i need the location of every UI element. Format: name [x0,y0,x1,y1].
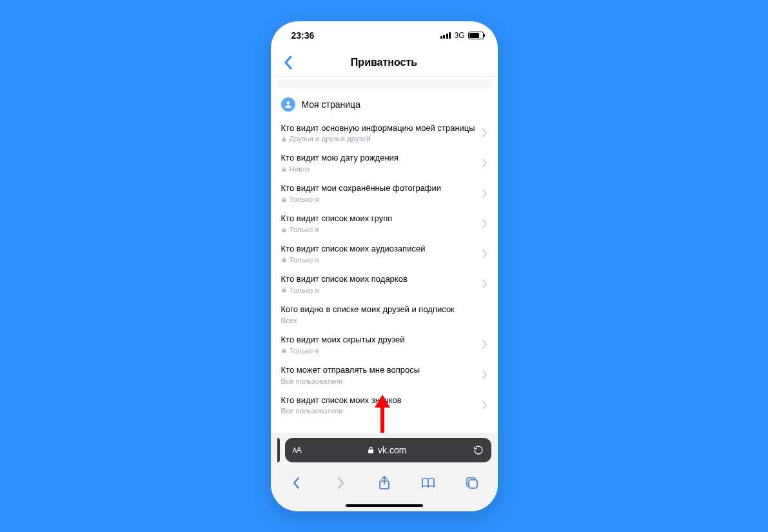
privacy-item-text: Кого видно в списке моих друзей и подпис… [281,304,477,324]
privacy-item-title: Кто видит список моих значков [281,395,477,406]
privacy-item-subtitle: Только я [281,195,477,203]
privacy-item-value: Только я [290,226,319,233]
lock-icon [368,446,374,454]
privacy-item-title: Кто видит список моих групп [281,213,477,224]
privacy-settings-list[interactable]: Моя страница Кто видит основную информац… [271,77,498,433]
privacy-item-value: Только я [290,286,319,294]
battery-icon [468,32,484,39]
privacy-item[interactable]: Кто видит мою дату рожденияНикто [271,148,498,178]
privacy-item-value: Друзья и друзья друзей [290,135,371,143]
domain-label: vk.com [378,445,406,455]
privacy-item-subtitle: Только я [281,347,477,355]
chevron-right-icon [482,219,487,228]
chevron-left-icon [292,477,301,489]
privacy-item-title: Кто видит мои сохранённые фотографии [281,183,477,194]
privacy-item[interactable]: Кто видит список моих подарковТолько я [271,269,498,299]
privacy-item[interactable]: Кто видит моих скрытых друзейТолько я [271,330,498,360]
privacy-item-title: Кто видит мою дату рождения [281,153,477,164]
bookmarks-button[interactable] [414,469,442,497]
svg-rect-6 [282,290,286,293]
privacy-item-text: Кто может отправлять мне вопросыВсе поль… [281,365,477,385]
privacy-item-value: Только я [290,347,319,355]
section-title: Моя страница [302,99,360,110]
svg-rect-5 [282,259,286,262]
privacy-item-subtitle: Всех [281,317,477,324]
chevron-right-icon [482,340,487,349]
svg-rect-8 [368,449,373,453]
privacy-item-value: Все пользователи [281,407,343,415]
browser-address-area: AA vk.com [271,433,498,466]
privacy-item-title: Кто видит основную информацию моей стран… [281,123,477,134]
status-bar: 23:36 3G [271,21,498,50]
section-spacer [276,79,493,88]
privacy-item[interactable]: Кто видит мои сохранённые фотографииТоль… [271,178,498,208]
privacy-item-text: Кто видит основную информацию моей стран… [281,123,477,143]
home-indicator [271,500,498,511]
privacy-item[interactable]: Кого видно в списке моих друзей и подпис… [271,299,498,330]
svg-rect-4 [282,229,286,232]
privacy-item-subtitle: Никто [281,165,477,173]
reload-button[interactable] [473,445,484,455]
chevron-right-icon [482,128,487,137]
privacy-item[interactable]: Кто видит список моих аудиозаписейТолько… [271,239,498,269]
privacy-item[interactable]: Кто видит список моих группТолько я [271,208,498,239]
share-button[interactable] [370,469,399,497]
privacy-item-title: Кого видно в списке моих друзей и подпис… [281,304,477,315]
svg-point-0 [286,101,290,104]
cellular-signal-icon [440,32,451,39]
section-header: Моя страница [271,88,498,118]
lock-icon [281,257,287,262]
privacy-item-text: Кто видит список моих аудиозаписейТолько… [281,244,477,264]
privacy-item[interactable]: Кто видит список моих значковВсе пользов… [271,390,498,420]
nav-header: Приватность [271,50,498,77]
svg-rect-10 [469,480,477,488]
browser-forward-button[interactable] [326,469,355,497]
privacy-item-subtitle: Друзья и друзья друзей [281,135,477,143]
text-size-button[interactable]: AA [293,445,301,455]
phone-frame: 23:36 3G Приватность Моя страница Кто ви… [271,21,498,511]
chevron-right-icon [482,400,487,409]
privacy-item-text: Кто видит моих скрытых друзейТолько я [281,335,477,355]
privacy-item-text: Кто видит список моих подарковТолько я [281,274,477,294]
privacy-item-title: Кто видит список моих аудиозаписей [281,244,477,255]
privacy-item-text: Кто видит список моих группТолько я [281,213,477,233]
browser-back-button[interactable] [282,469,311,497]
privacy-item[interactable]: Кто может отправлять мне вопросыВсе поль… [271,360,498,390]
status-time: 23:36 [291,30,315,41]
network-label: 3G [454,31,464,40]
chevron-right-icon [482,189,487,198]
chevron-left-icon [284,55,293,70]
lock-icon [281,166,287,172]
chevron-right-icon [482,250,487,259]
privacy-item-value: Никто [290,165,310,173]
chevron-right-icon [336,477,345,489]
reload-icon [473,445,484,455]
svg-rect-1 [282,139,286,142]
privacy-item-subtitle: Только я [281,226,477,233]
lock-icon [281,197,287,202]
svg-rect-2 [282,169,286,172]
lock-icon [281,136,287,142]
share-icon [379,476,390,490]
privacy-item-subtitle: Только я [281,286,477,294]
tabs-icon [466,477,478,489]
privacy-item-value: Всех [281,317,297,324]
privacy-item-value: Только я [290,195,319,203]
svg-rect-7 [282,350,286,353]
page-title: Приватность [351,57,417,68]
address-bar[interactable]: AA vk.com [285,438,491,462]
svg-rect-3 [282,199,286,202]
back-button[interactable] [275,50,302,76]
privacy-item-subtitle: Все пользователи [281,377,477,385]
book-icon [421,477,435,489]
privacy-item-title: Кто видит список моих подарков [281,274,477,285]
privacy-item-subtitle: Только я [281,256,477,264]
profile-icon [281,97,295,112]
privacy-item-text: Кто видит мои сохранённые фотографииТоль… [281,183,477,203]
privacy-item[interactable]: Кто видит основную информацию моей стран… [271,118,498,148]
privacy-item-text: Кто видит список моих значковВсе пользов… [281,395,477,415]
chevron-right-icon [482,279,487,288]
privacy-item-title: Кто может отправлять мне вопросы [281,365,477,376]
tabs-button[interactable] [458,469,486,497]
privacy-item-title: Кто видит моих скрытых друзей [281,335,477,346]
